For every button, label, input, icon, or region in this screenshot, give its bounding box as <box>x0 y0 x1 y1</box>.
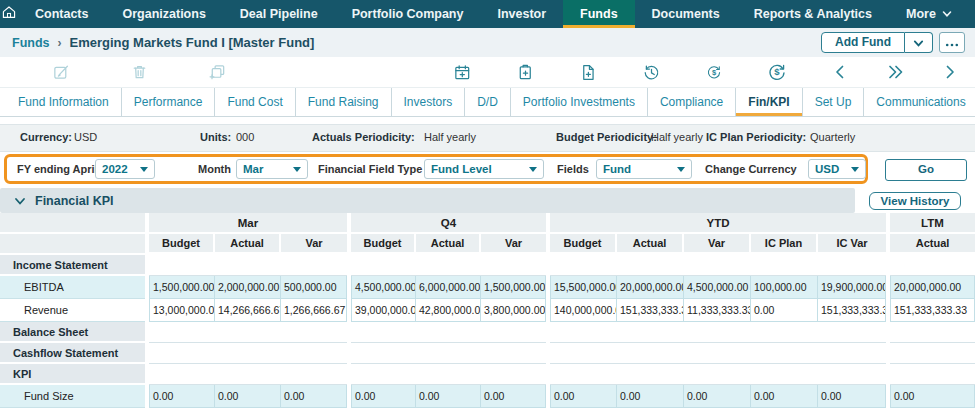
ic-plan-periodicity-value: Quarterly <box>810 125 855 150</box>
financial-field-type-label: Financial Field Type <box>318 157 422 181</box>
cell-revenue-ytd-actual: 151,333,333.33 <box>617 299 684 322</box>
cell-ebitda-mar-var: 500,000.00 <box>281 276 347 299</box>
cell-revenue-q4-actual: 42,800,000.00 <box>416 299 481 322</box>
col-header-mar-actual: Actual <box>215 234 281 255</box>
financial-field-type-value: Fund Level <box>431 163 492 175</box>
tab-compliance[interactable]: Compliance <box>647 88 735 116</box>
tab-portfolio-investments[interactable]: Portfolio Investments <box>510 88 647 116</box>
col-header-ytd-actual: Actual <box>617 234 684 255</box>
chevron-left-icon[interactable] <box>829 61 851 83</box>
kpi-filter-row: FY ending April 2022 Month Mar Financial… <box>0 152 975 188</box>
nav-item-quick-create[interactable]: Quick Create <box>969 0 975 28</box>
add-document-icon[interactable] <box>577 61 599 83</box>
actuals-periodicity-label: Actuals Periodicity: <box>312 125 415 150</box>
duplicate-icon[interactable] <box>206 61 228 83</box>
add-fund-button[interactable]: Add Fund <box>821 32 905 53</box>
nav-item-contacts[interactable]: Contacts <box>18 0 105 28</box>
cell-revenue-ytd-var: 11,333,333.33 <box>684 299 751 322</box>
section-label: Balance Sheet <box>0 322 145 343</box>
chevron-down-icon <box>677 167 685 172</box>
more-actions-button[interactable] <box>939 32 965 53</box>
column-header-row: Budget Actual Var Budget Actual Var Budg… <box>0 234 975 255</box>
section-label: Cashflow Statement <box>0 343 145 364</box>
home-nav-button[interactable] <box>0 0 18 28</box>
cell-revenue-q4-budget: 39,000,000.00 <box>351 299 416 322</box>
chevron-down-icon <box>942 10 952 18</box>
financial-field-type-select[interactable]: Fund Level <box>424 159 544 179</box>
tab-dd[interactable]: D/D <box>464 88 510 116</box>
col-header-ltm-actual: Actual <box>890 234 975 255</box>
change-currency-select[interactable]: USD <box>808 159 866 179</box>
nav-item-documents[interactable]: Documents <box>635 0 737 28</box>
table-row-fund-size: Fund Size 0.00 0.00 0.00 0.00 0.00 0.00 … <box>0 385 975 408</box>
nav-item-more[interactable]: More <box>889 0 969 28</box>
view-history-button[interactable]: View History <box>869 192 962 210</box>
cell-revenue-mar-budget: 13,000,000.00 <box>149 299 215 322</box>
cell-fund-size-ltm-actual: 0.00 <box>890 385 975 408</box>
table-row-revenue: Revenue 13,000,000.00 14,266,666.67 1,26… <box>0 299 975 322</box>
section-row-income-statement: Income Statement <box>0 255 975 276</box>
group-header-q4: Q4 <box>351 213 546 234</box>
budget-periodicity-label: Budget Periodicity: <box>556 125 657 150</box>
breadcrumb-separator: › <box>58 36 62 50</box>
row-label: Fund Size <box>0 385 145 408</box>
col-header-ic-plan: IC Plan <box>751 234 818 255</box>
tab-set-up[interactable]: Set Up <box>802 88 864 116</box>
section-row-cashflow-statement: Cashflow Statement <box>0 343 975 364</box>
change-currency-label: Change Currency <box>705 157 797 181</box>
cell-ebitda-ytd-var: 4,500,000.00 <box>684 276 751 299</box>
currency-sync-small-icon[interactable]: $ <box>703 61 725 83</box>
add-fund-dropdown-button[interactable] <box>905 32 933 53</box>
cell-fund-size-mar-actual: 0.00 <box>215 385 281 408</box>
cell-revenue-ytd-budget: 140,000,000.00 <box>550 299 617 322</box>
nav-item-deal-pipeline[interactable]: Deal Pipeline <box>223 0 335 28</box>
nav-item-organizations[interactable]: Organizations <box>105 0 222 28</box>
delete-icon[interactable] <box>128 61 150 83</box>
ic-plan-periodicity-label: IC Plan Periodicity: <box>706 125 806 150</box>
cell-revenue-q4-var: 3,800,000.00 <box>481 299 546 322</box>
tab-fund-raising[interactable]: Fund Raising <box>295 88 391 116</box>
fields-label: Fields <box>557 157 589 181</box>
tab-performance[interactable]: Performance <box>121 88 215 116</box>
fy-select[interactable]: 2022 <box>95 159 155 179</box>
tab-fin-kpi[interactable]: Fin/KPI <box>735 88 801 116</box>
chevron-down-icon <box>529 167 537 172</box>
nav-item-investor[interactable]: Investor <box>480 0 563 28</box>
cell-revenue-mar-var: 1,266,666.67 <box>281 299 347 322</box>
go-button[interactable]: Go <box>885 159 967 181</box>
chevron-right-icon[interactable] <box>939 61 961 83</box>
group-header-ltm: LTM <box>890 213 975 234</box>
cell-ebitda-ic-var: 19,900,000.00 <box>818 276 886 299</box>
fund-settings-bar: Currency: USD Units: 000 Actuals Periodi… <box>0 124 975 152</box>
add-event-icon[interactable] <box>451 61 473 83</box>
cell-ebitda-ltm-actual: 20,000,000.00 <box>890 276 975 299</box>
cell-fund-size-ic-plan: 0.00 <box>751 385 818 408</box>
currency-sync-icon[interactable]: $ <box>766 61 788 83</box>
month-select[interactable]: Mar <box>236 159 308 179</box>
edit-icon[interactable] <box>50 61 72 83</box>
col-header-mar-budget: Budget <box>149 234 215 255</box>
tab-communications[interactable]: Communications <box>863 88 975 116</box>
top-navigation: Contacts Organizations Deal Pipeline Por… <box>0 0 975 28</box>
fields-select[interactable]: Fund <box>596 159 692 179</box>
cell-ebitda-q4-var: 1,500,000.00 <box>481 276 546 299</box>
cell-fund-size-ic-var: 0.00 <box>818 385 886 408</box>
cell-ebitda-mar-actual: 2,000,000.00 <box>215 276 281 299</box>
units-label: Units: <box>200 125 231 150</box>
col-header-ic-var: IC Var <box>818 234 886 255</box>
add-note-icon[interactable] <box>514 61 536 83</box>
nav-item-reports-analytics[interactable]: Reports & Analytics <box>737 0 889 28</box>
chevron-down-icon <box>851 167 859 172</box>
nav-item-portfolio-company[interactable]: Portfolio Company <box>335 0 481 28</box>
fy-ending-april-label: FY ending April <box>17 157 98 181</box>
financial-kpi-band[interactable]: Financial KPI <box>0 188 855 213</box>
history-icon[interactable] <box>640 61 662 83</box>
tab-investors[interactable]: Investors <box>391 88 465 116</box>
breadcrumb-funds-link[interactable]: Funds <box>12 36 50 50</box>
double-chevron-right-icon[interactable] <box>884 61 906 83</box>
col-header-q4-actual: Actual <box>416 234 481 255</box>
nav-item-funds[interactable]: Funds <box>563 0 635 28</box>
breadcrumb-bar: Funds › Emerging Markets Fund I [Master … <box>0 28 975 57</box>
tab-fund-cost[interactable]: Fund Cost <box>214 88 294 116</box>
tab-fund-information[interactable]: Fund Information <box>6 88 121 116</box>
